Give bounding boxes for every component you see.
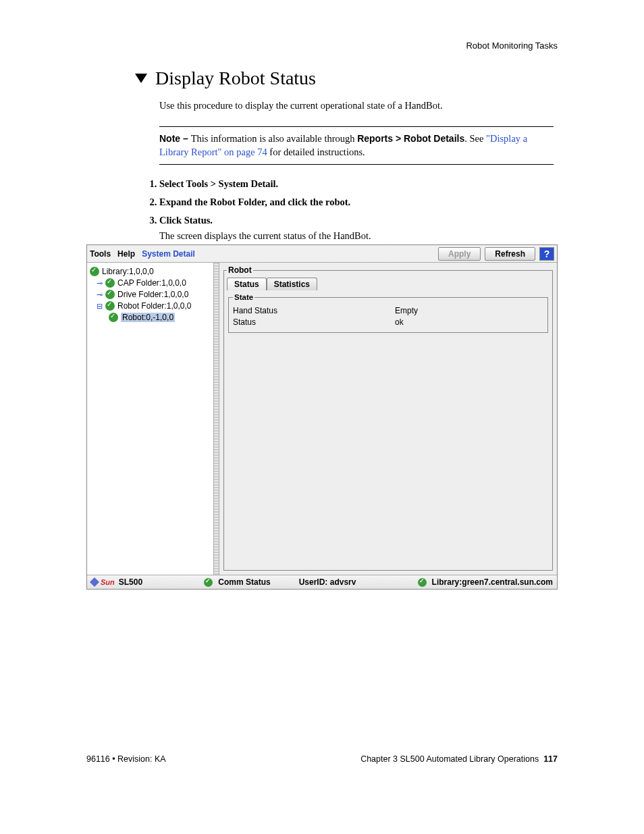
tree-library[interactable]: Library:1,0,0,0 bbox=[90, 267, 211, 276]
ok-icon bbox=[204, 578, 213, 587]
state-legend: State bbox=[233, 293, 254, 301]
status-label: Status bbox=[233, 317, 395, 328]
page-header-section: Robot Monitoring Tasks bbox=[466, 41, 558, 51]
userid-value: advsrv bbox=[330, 577, 356, 587]
step-2-text: Expand the Robot Folder, and click the r… bbox=[159, 197, 350, 207]
library-host: Library:green7.central.sun.com bbox=[432, 577, 553, 587]
footer-right: Chapter 3 SL500 Automated Library Operat… bbox=[360, 754, 558, 764]
expand-icon[interactable]: ⊸ bbox=[97, 292, 103, 298]
collapse-icon[interactable]: ⊟ bbox=[97, 303, 103, 309]
apply-button[interactable]: Apply bbox=[438, 247, 481, 261]
library-label: Library: bbox=[432, 577, 462, 587]
menu-system-detail[interactable]: System Detail bbox=[142, 249, 195, 259]
hand-status-label: Hand Status bbox=[233, 305, 395, 317]
footer-page-number: 117 bbox=[543, 754, 558, 764]
footer-left: 96116 • Revision: KA bbox=[86, 754, 166, 764]
note-text-2: . See bbox=[464, 133, 486, 144]
footer-chapter: Chapter 3 SL500 Automated Library Operat… bbox=[360, 754, 539, 764]
sun-text: Sun bbox=[101, 578, 115, 586]
sun-diamond-icon bbox=[90, 577, 99, 587]
tab-statistics[interactable]: Statistics bbox=[267, 278, 317, 290]
state-fieldset: State Hand Status Empty Status ok bbox=[228, 293, 548, 333]
note-text-3: for detailed instructions. bbox=[267, 147, 365, 157]
library-host-value: green7.central.sun.com bbox=[462, 577, 553, 587]
status-bar: Sun SL500 Comm Status UserID: advsrv Lib… bbox=[87, 575, 557, 589]
splitter-handle[interactable] bbox=[214, 263, 219, 575]
tree-panel: Library:1,0,0,0 ⊸ CAP Folder:1,0,0,0 ⊸ D… bbox=[87, 263, 214, 575]
tree-robot-folder-label: Robot Folder:1,0,0,0 bbox=[117, 301, 191, 311]
row-hand-status: Hand Status Empty bbox=[233, 305, 543, 317]
step-2: Expand the Robot Folder, and click the r… bbox=[159, 197, 554, 208]
tree-library-label: Library:1,0,0,0 bbox=[102, 267, 154, 276]
step-3-desc: The screen displays the current status o… bbox=[159, 230, 554, 242]
step-1: Select Tools > System Detail. bbox=[159, 178, 554, 190]
ok-icon bbox=[90, 267, 99, 276]
ok-icon bbox=[418, 578, 427, 587]
tree-drive-label: Drive Folder:1,0,0,0 bbox=[117, 290, 188, 299]
ok-icon bbox=[105, 301, 115, 311]
step-3-text: Click Status. bbox=[159, 215, 213, 226]
hand-status-value: Empty bbox=[395, 305, 418, 317]
tab-status[interactable]: Status bbox=[227, 278, 267, 290]
note-text-1: This information is also available throu… bbox=[191, 133, 357, 144]
sun-logo: Sun bbox=[91, 578, 115, 586]
robot-legend: Robot bbox=[227, 265, 253, 275]
step-1-text: Select Tools > System Detail. bbox=[159, 178, 278, 189]
page-title: Display Robot Status bbox=[155, 68, 316, 89]
row-status: Status ok bbox=[233, 317, 543, 328]
intro-text: Use this procedure to display the curren… bbox=[159, 100, 554, 111]
tree-robot-label: Robot:0,-1,0,0 bbox=[121, 313, 175, 322]
status-value: ok bbox=[395, 317, 404, 328]
app-window: Tools Help System Detail Apply Refresh ?… bbox=[86, 244, 558, 590]
tree-robot-folder[interactable]: ⊟ Robot Folder:1,0,0,0 bbox=[90, 301, 211, 311]
ok-icon bbox=[105, 290, 115, 299]
ok-icon bbox=[105, 278, 115, 288]
tree-robot-node[interactable]: Robot:0,-1,0,0 bbox=[90, 313, 211, 322]
comm-status-label: Comm Status bbox=[218, 577, 270, 587]
note-menu-path: Reports > Robot Details bbox=[357, 133, 464, 144]
main-panel: Robot Status Statistics State Hand Statu… bbox=[219, 263, 557, 575]
note-prefix: Note – bbox=[159, 133, 191, 144]
userid-label: UserID: advsrv bbox=[299, 577, 356, 587]
userid-prefix: UserID: bbox=[299, 577, 330, 587]
menu-tools[interactable]: Tools bbox=[90, 249, 111, 259]
help-button[interactable]: ? bbox=[539, 247, 554, 261]
menu-help[interactable]: Help bbox=[117, 249, 135, 259]
collapse-triangle-icon bbox=[135, 74, 147, 83]
toolbar: Tools Help System Detail Apply Refresh ? bbox=[87, 245, 557, 263]
step-3: Click Status. The screen displays the cu… bbox=[159, 215, 554, 242]
refresh-button[interactable]: Refresh bbox=[485, 247, 535, 261]
model-label: SL500 bbox=[119, 577, 142, 587]
tree-cap-label: CAP Folder:1,0,0,0 bbox=[117, 278, 186, 288]
tree-cap-folder[interactable]: ⊸ CAP Folder:1,0,0,0 bbox=[90, 278, 211, 288]
robot-fieldset: Robot Status Statistics State Hand Statu… bbox=[223, 265, 553, 571]
page-footer: 96116 • Revision: KA Chapter 3 SL500 Aut… bbox=[86, 754, 558, 764]
ok-icon bbox=[109, 313, 118, 322]
steps-list: Select Tools > System Detail. Expand the… bbox=[147, 178, 554, 242]
expand-icon[interactable]: ⊸ bbox=[97, 280, 103, 286]
tree-drive-folder[interactable]: ⊸ Drive Folder:1,0,0,0 bbox=[90, 290, 211, 299]
note-box: Note – This information is also availabl… bbox=[159, 126, 554, 165]
